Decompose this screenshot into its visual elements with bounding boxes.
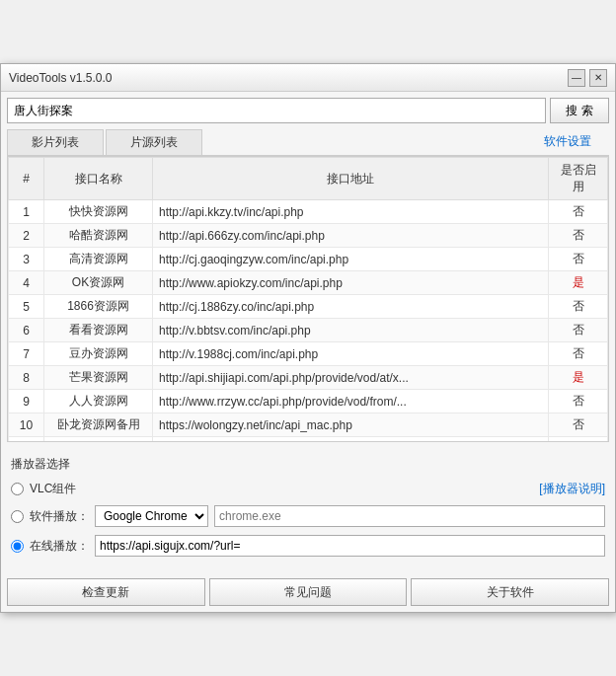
title-bar-controls: — ✕ <box>568 69 607 87</box>
cell-enabled: 否 <box>549 437 608 443</box>
online-url-input[interactable] <box>95 535 605 557</box>
tab-source-list[interactable]: 片源列表 <box>106 129 202 155</box>
vlc-radio[interactable] <box>11 483 24 495</box>
search-button[interactable]: 搜 索 <box>550 98 609 123</box>
table-row[interactable]: 5 1866资源网 http://cj.1886zy.co/inc/api.ph… <box>9 295 608 319</box>
cell-enabled: 否 <box>549 413 608 437</box>
cell-enabled: 否 <box>549 224 608 248</box>
title-bar: VideoTools v1.5.0.0 — ✕ <box>1 64 615 92</box>
check-update-button[interactable]: 检查更新 <box>7 578 205 606</box>
player-help-link[interactable]: [播放器说明] <box>539 481 605 497</box>
cell-id: 5 <box>9 295 44 319</box>
cell-id: 7 <box>9 342 44 366</box>
table-row[interactable]: 2 哈酷资源网 http://api.666zy.com/inc/api.php… <box>9 224 608 248</box>
cell-enabled: 否 <box>549 248 608 271</box>
col-id: # <box>9 158 44 200</box>
cell-enabled: 是 <box>549 271 608 295</box>
tab-settings[interactable]: 软件设置 <box>528 129 607 155</box>
table-header-row: # 接口名称 接口地址 是否启用 <box>9 158 608 200</box>
cell-enabled: 否 <box>549 319 608 342</box>
cell-url: http://www.rrzyw.cc/api.php/provide/vod/… <box>153 390 549 413</box>
software-player-row: 软件播放： Google ChromeVLCPotPlayer自定义 <box>11 505 605 527</box>
cell-enabled: 否 <box>549 295 608 319</box>
cell-name: 卧龙资源网备用 <box>44 413 153 437</box>
source-table-container[interactable]: # 接口名称 接口地址 是否启用 1 快快资源网 http://api.kkzy… <box>7 156 609 442</box>
bottom-buttons: 检查更新 常见问题 关于软件 <box>7 578 609 606</box>
cell-name: 高清资源网 <box>44 248 153 271</box>
tab-movie-list[interactable]: 影片列表 <box>7 129 104 155</box>
online-player-row: 在线播放： <box>11 535 605 557</box>
software-radio[interactable] <box>11 510 24 523</box>
table-row[interactable]: 10 卧龙资源网备用 https://wolongzy.net/inc/api_… <box>9 413 608 437</box>
cell-url: https://wolongzy.net/inc/api_mac.php <box>153 413 549 437</box>
online-radio[interactable] <box>11 540 24 553</box>
cell-url: http://v.1988cj.com/inc/api.php <box>153 342 549 366</box>
cell-url: http://api.666zy.com/inc/api.php <box>153 224 549 248</box>
cell-name: 永久资源网 <box>44 437 153 443</box>
cell-id: 2 <box>9 224 44 248</box>
cell-id: 1 <box>9 200 44 224</box>
cell-url: http://v.bbtsv.com/inc/api.php <box>153 319 549 342</box>
table-row[interactable]: 6 看看资源网 http://v.bbtsv.com/inc/api.php 否 <box>9 319 608 342</box>
cell-url: http://www.apiokzy.com/inc/api.php <box>153 271 549 295</box>
cell-id: 11 <box>9 437 44 443</box>
table-row[interactable]: 7 豆办资源网 http://v.1988cj.com/inc/api.php … <box>9 342 608 366</box>
cell-enabled: 否 <box>549 200 608 224</box>
cell-name: 哈酷资源网 <box>44 224 153 248</box>
cell-url: http://cj.1886zy.co/inc/api.php <box>153 295 549 319</box>
cell-url: http://ci.yongjiuzyw.com/inc/api.php <box>153 437 549 443</box>
cell-id: 6 <box>9 319 44 342</box>
tabs-bar: 影片列表 片源列表 软件设置 <box>7 129 609 156</box>
cell-url: http://cj.gaoqingzyw.com/inc/api.php <box>153 248 549 271</box>
close-button[interactable]: ✕ <box>589 69 607 87</box>
table-row[interactable]: 1 快快资源网 http://api.kkzy.tv/inc/api.php 否 <box>9 200 608 224</box>
minimize-button[interactable]: — <box>568 69 585 87</box>
cell-id: 10 <box>9 413 44 437</box>
online-label: 在线播放： <box>30 538 89 555</box>
cell-url: http://api.shijiapi.com/api.php/provide/… <box>153 366 549 390</box>
software-label: 软件播放： <box>30 508 89 525</box>
cell-name: 芒果资源网 <box>44 366 153 390</box>
player-section: 播放器选择 VLC组件 [播放器说明] 软件播放： Google ChromeV… <box>7 450 609 570</box>
cell-id: 3 <box>9 248 44 271</box>
player-section-title: 播放器选择 <box>11 456 605 473</box>
cell-url: http://api.kkzy.tv/inc/api.php <box>153 200 549 224</box>
search-input[interactable] <box>7 98 546 123</box>
cell-name: 豆办资源网 <box>44 342 153 366</box>
cell-name: 人人资源网 <box>44 390 153 413</box>
cell-id: 9 <box>9 390 44 413</box>
source-table: # 接口名称 接口地址 是否启用 1 快快资源网 http://api.kkzy… <box>8 157 608 442</box>
vlc-row: VLC组件 [播放器说明] <box>11 481 605 497</box>
col-enabled: 是否启用 <box>549 158 608 200</box>
table-row[interactable]: 9 人人资源网 http://www.rrzyw.cc/api.php/prov… <box>9 390 608 413</box>
table-row[interactable]: 4 OK资源网 http://www.apiokzy.com/inc/api.p… <box>9 271 608 295</box>
common-issues-button[interactable]: 常见问题 <box>209 578 408 606</box>
cell-name: 快快资源网 <box>44 200 153 224</box>
col-name: 接口名称 <box>44 158 153 200</box>
cell-enabled: 是 <box>549 366 608 390</box>
col-url: 接口地址 <box>153 158 549 200</box>
table-row[interactable]: 8 芒果资源网 http://api.shijiapi.com/api.php/… <box>9 366 608 390</box>
about-button[interactable]: 关于软件 <box>411 578 609 606</box>
table-row[interactable]: 3 高清资源网 http://cj.gaoqingzyw.com/inc/api… <box>9 248 608 271</box>
vlc-label: VLC组件 <box>30 481 89 497</box>
cell-enabled: 否 <box>549 342 608 366</box>
table-row[interactable]: 11 永久资源网 http://ci.yongjiuzyw.com/inc/ap… <box>9 437 608 443</box>
cell-enabled: 否 <box>549 390 608 413</box>
software-dropdown[interactable]: Google ChromeVLCPotPlayer自定义 <box>95 505 208 527</box>
cell-name: 看看资源网 <box>44 319 153 342</box>
main-window: VideoTools v1.5.0.0 — ✕ 搜 索 影片列表 片源列表 软件… <box>0 63 616 613</box>
cell-id: 4 <box>9 271 44 295</box>
window-title: VideoTools v1.5.0.0 <box>9 71 113 85</box>
content-area: 搜 索 影片列表 片源列表 软件设置 # 接口名称 接口地址 是否启用 <box>1 92 615 612</box>
cell-name: OK资源网 <box>44 271 153 295</box>
search-bar: 搜 索 <box>7 98 609 123</box>
cell-name: 1866资源网 <box>44 295 153 319</box>
software-path-input[interactable] <box>214 505 605 527</box>
cell-id: 8 <box>9 366 44 390</box>
